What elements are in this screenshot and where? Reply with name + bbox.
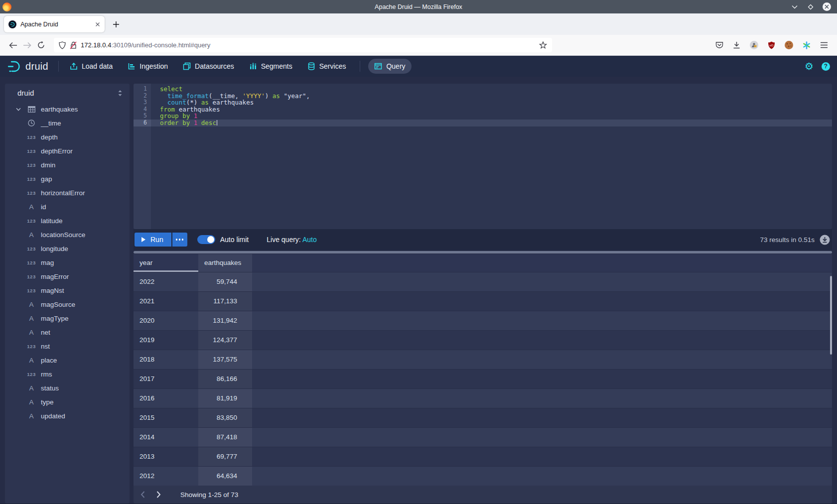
cell-year[interactable]: 2014	[134, 428, 198, 447]
column-header-year[interactable]: year	[134, 254, 198, 272]
editor-line-2[interactable]: 2 time_format(__time, 'YYYY') as "year",	[134, 93, 832, 100]
sidebar-column-depth[interactable]: 123depth	[5, 130, 130, 144]
cell-earthquakes[interactable]: 137,575	[198, 350, 252, 369]
forward-icon[interactable]	[20, 38, 34, 52]
code-text: select	[151, 86, 832, 93]
auto-limit-toggle[interactable]	[197, 235, 215, 244]
sidebar-column-rms[interactable]: 123rms	[5, 367, 130, 381]
cell-earthquakes[interactable]: 124,377	[198, 331, 252, 350]
bookmark-star-icon[interactable]	[539, 41, 547, 49]
sidebar-column-time[interactable]: __time	[5, 116, 130, 130]
cell-earthquakes[interactable]: 87,418	[198, 428, 252, 447]
minimize-icon[interactable]	[791, 3, 799, 11]
string-type-icon: A	[26, 357, 37, 364]
nav-datasources[interactable]: Datasources	[177, 59, 240, 74]
sidebar-table-earthquakes[interactable]: earthquakes	[5, 102, 130, 116]
help-icon[interactable]: ?	[822, 62, 830, 71]
tab-close-icon[interactable]	[95, 22, 100, 27]
sql-editor[interactable]: 1select2 time_format(__time, 'YYYY') as …	[134, 84, 832, 229]
editor-line-3[interactable]: 3 count(*) as earthquakes	[134, 99, 832, 106]
menu-hamburger-icon[interactable]	[820, 42, 828, 48]
nav-query[interactable]: Query	[368, 59, 411, 74]
new-tab-icon[interactable]	[113, 21, 120, 28]
sidebar-column-magType[interactable]: AmagType	[5, 311, 130, 325]
sidebar-column-status[interactable]: Astatus	[5, 381, 130, 395]
table-row: 201369,777	[134, 447, 832, 466]
sidebar-column-longitude[interactable]: 123longitude	[5, 242, 130, 255]
sidebar-column-id[interactable]: Aid	[5, 200, 130, 214]
table-row: 201264,634	[134, 466, 832, 486]
cookie-extension-icon[interactable]	[785, 41, 793, 49]
sidebar-column-net[interactable]: Anet	[5, 325, 130, 339]
cell-year[interactable]: 2020	[134, 311, 198, 330]
nav-load-data[interactable]: Load data	[64, 59, 119, 74]
run-button[interactable]: Run	[135, 233, 171, 247]
cell-year[interactable]: 2022	[134, 272, 198, 291]
maximize-icon[interactable]	[807, 3, 815, 11]
close-icon[interactable]	[823, 2, 831, 11]
column-header-earthquakes[interactable]: earthquakes	[198, 254, 252, 272]
cell-earthquakes[interactable]: 117,133	[198, 292, 252, 311]
sidebar-column-updated[interactable]: Aupdated	[5, 409, 130, 423]
sidebar-column-locationSource[interactable]: AlocationSource	[5, 228, 130, 242]
download-results-icon[interactable]	[820, 235, 830, 245]
cell-year[interactable]: 2015	[134, 408, 198, 427]
cell-earthquakes[interactable]: 81,919	[198, 389, 252, 408]
sidebar-column-magError[interactable]: 123magError	[5, 269, 130, 283]
sidebar-column-horizontalError[interactable]: 123horizontalError	[5, 186, 130, 200]
next-page-icon[interactable]	[151, 488, 165, 502]
cell-year[interactable]: 2016	[134, 389, 198, 408]
sidebar-column-magSource[interactable]: AmagSource	[5, 297, 130, 311]
nav-services[interactable]: Services	[301, 59, 352, 74]
shield-icon[interactable]	[59, 41, 66, 49]
editor-line-4[interactable]: 4from earthquakes	[134, 106, 832, 113]
editor-line-6[interactable]: 6order by 1 desc	[134, 120, 832, 126]
chevron-down-icon[interactable]	[15, 108, 22, 111]
cell-earthquakes[interactable]: 59,744	[198, 272, 252, 291]
nav-segments[interactable]: Segments	[243, 59, 298, 74]
account-extension-icon[interactable]	[750, 41, 758, 49]
pagination-text: Showing 1-25 of 73	[180, 491, 238, 499]
schema-selector[interactable]: druid	[17, 89, 34, 97]
sidebar-column-type[interactable]: Atype	[5, 395, 130, 409]
sidebar-column-mag[interactable]: 123mag	[5, 255, 130, 269]
live-query-value[interactable]: Auto	[302, 236, 317, 244]
sidebar-column-place[interactable]: Aplace	[5, 353, 130, 367]
cell-year[interactable]: 2013	[134, 447, 198, 466]
cell-earthquakes[interactable]: 83,850	[198, 408, 252, 427]
editor-line-1[interactable]: 1select	[134, 86, 832, 93]
insecure-lock-icon[interactable]	[70, 41, 77, 49]
back-icon[interactable]	[6, 38, 20, 52]
run-more-button[interactable]	[172, 233, 187, 247]
editor-line-5[interactable]: 5group by 1	[134, 113, 832, 120]
sidebar-column-nst[interactable]: 123nst	[5, 339, 130, 353]
reload-icon[interactable]	[34, 38, 48, 52]
sidebar-column-gap[interactable]: 123gap	[5, 172, 130, 186]
vertical-scrollbar[interactable]	[830, 276, 832, 355]
cell-year[interactable]: 2019	[134, 331, 198, 350]
prev-page-icon[interactable]	[136, 488, 149, 502]
sidebar-column-magNst[interactable]: 123magNst	[5, 283, 130, 297]
downloads-icon[interactable]	[733, 41, 740, 49]
cell-earthquakes[interactable]: 131,942	[198, 311, 252, 330]
cell-year[interactable]: 2012	[134, 467, 198, 486]
double-caret-icon[interactable]	[118, 90, 123, 97]
cell-earthquakes[interactable]: 86,166	[198, 370, 252, 388]
pocket-icon[interactable]	[715, 41, 723, 49]
sidebar-column-depthError[interactable]: 123depthError	[5, 144, 130, 158]
asterisk-extension-icon[interactable]	[803, 41, 811, 49]
cell-earthquakes[interactable]: 64,634	[198, 467, 252, 486]
cell-year[interactable]: 2017	[134, 370, 198, 388]
cell-year[interactable]: 2021	[134, 292, 198, 311]
settings-gear-icon[interactable]: ⚙	[805, 61, 814, 71]
horizontal-scrollbar[interactable]	[134, 250, 832, 254]
url-bar[interactable]: 172.18.0.4:30109/unified-console.html#qu…	[54, 38, 552, 52]
cell-earthquakes[interactable]: 69,777	[198, 447, 252, 466]
sidebar-column-latitude[interactable]: 123latitude	[5, 214, 130, 228]
nav-ingestion[interactable]: Ingestion	[122, 59, 174, 74]
ublock-icon[interactable]: uO	[768, 41, 775, 49]
sidebar-column-dmin[interactable]: 123dmin	[5, 158, 130, 172]
cell-year[interactable]: 2018	[134, 350, 198, 369]
browser-tab[interactable]: Apache Druid	[4, 16, 105, 32]
druid-logo[interactable]: druid	[7, 60, 48, 73]
